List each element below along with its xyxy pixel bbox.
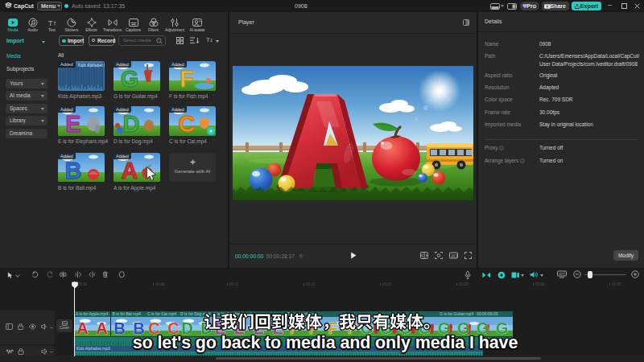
svg-text:F: F xyxy=(180,66,194,91)
svg-text:B: B xyxy=(114,319,125,336)
svg-text:C: C xyxy=(179,111,196,136)
svg-text:E: E xyxy=(65,111,80,136)
svg-text:D: D xyxy=(123,111,140,136)
svg-text:T: T xyxy=(53,20,56,26)
svg-text:B: B xyxy=(65,158,82,183)
svg-text:G: G xyxy=(121,66,139,91)
svg-text:16:9: 16:9 xyxy=(451,254,458,258)
svg-text:A: A xyxy=(76,319,88,336)
svg-text:A: A xyxy=(122,158,138,183)
svg-text:Kids Alphabet 00:28: Kids Alphabet 00:28 xyxy=(78,63,105,68)
svg-text:A: A xyxy=(96,319,107,336)
